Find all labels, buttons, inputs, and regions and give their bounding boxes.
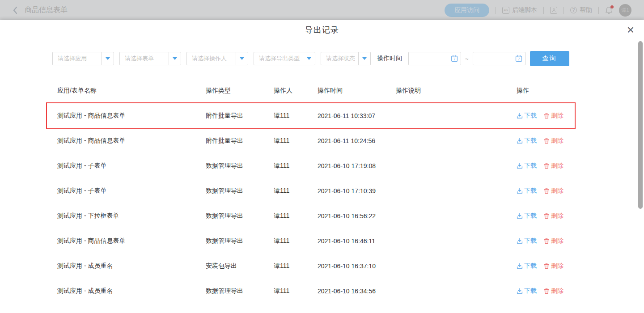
row-actions: 下载 删除 xyxy=(517,187,589,195)
delete-link[interactable]: 删除 xyxy=(543,187,564,195)
table-row: 测试应用 - 商品信息表单 附件批量导出 谭111 2021-06-11 10:… xyxy=(45,128,589,153)
calendar-icon[interactable]: 7 xyxy=(515,55,523,63)
download-link[interactable]: 下载 xyxy=(517,262,537,270)
calendar-icon[interactable]: 7 xyxy=(450,55,458,63)
delete-link[interactable]: 删除 xyxy=(543,112,564,120)
download-link[interactable]: 下载 xyxy=(517,162,537,170)
chevron-down-icon xyxy=(236,52,248,65)
col-header-actions: 操作 xyxy=(517,87,589,95)
modal-header: 导出记录 × xyxy=(0,20,644,40)
row-actions: 下载 删除 xyxy=(517,287,589,295)
download-icon xyxy=(517,163,523,169)
row-actions: 下载 删除 xyxy=(517,212,589,220)
download-link[interactable]: 下载 xyxy=(517,137,537,145)
cell-operation-time: 2021-06-10 16:34:56 xyxy=(318,288,396,295)
select-form[interactable]: 请选择表单 xyxy=(119,52,181,65)
table-row: 测试应用 - 子表单 数据管理导出 谭111 2021-06-10 17:10:… xyxy=(45,178,589,203)
download-link[interactable]: 下载 xyxy=(517,112,537,120)
date-start-input[interactable] xyxy=(412,55,448,62)
row-actions: 下载 删除 xyxy=(517,262,589,270)
row-actions: 下载 删除 xyxy=(517,137,589,145)
delete-link[interactable]: 删除 xyxy=(543,287,564,295)
download-icon xyxy=(517,213,523,219)
trash-icon xyxy=(543,213,550,219)
chevron-down-icon xyxy=(358,52,370,65)
cell-operation-type: 数据管理导出 xyxy=(206,237,274,245)
cell-operator: 谭111 xyxy=(274,287,318,295)
col-header-operation-time: 操作时间 xyxy=(318,87,396,95)
download-link[interactable]: 下载 xyxy=(517,187,537,195)
app-topbar: 商品信息表单 应用访问 </> 后端脚本 ? 帮助 谭1 xyxy=(0,0,644,20)
table-header-row: 应用/表单名称 操作类型 操作人 操作时间 操作说明 操作 xyxy=(45,78,589,103)
select-operator[interactable]: 请选择操作人 xyxy=(186,52,248,65)
select-export-type[interactable]: 请选择导出类型 xyxy=(254,52,315,65)
cell-operator: 谭111 xyxy=(274,212,318,220)
cell-operator: 谭111 xyxy=(274,187,318,195)
row-actions: 下载 删除 xyxy=(517,237,589,245)
delete-link[interactable]: 删除 xyxy=(543,237,564,245)
cell-operation-time: 2021-06-11 10:33:07 xyxy=(318,112,396,119)
cell-operator: 谭111 xyxy=(274,237,318,245)
cell-operation-type: 附件批量导出 xyxy=(206,137,274,145)
cell-operation-type: 数据管理导出 xyxy=(206,162,274,170)
table-row: 测试应用 - 子表单 数据管理导出 谭111 2021-06-10 17:19:… xyxy=(45,153,589,178)
download-icon xyxy=(517,238,523,244)
cell-operation-time: 2021-06-10 17:19:08 xyxy=(318,162,396,169)
select-app[interactable]: 请选择应用 xyxy=(52,52,114,65)
cell-operation-time: 2021-06-10 16:37:10 xyxy=(318,262,396,270)
col-header-operation-desc: 操作说明 xyxy=(396,87,517,95)
col-header-operator: 操作人 xyxy=(274,87,318,95)
table-body: 测试应用 - 商品信息表单 附件批量导出 谭111 2021-06-11 10:… xyxy=(45,103,589,304)
table-row: 测试应用 - 成员重名 安装包导出 谭111 2021-06-10 16:37:… xyxy=(45,254,589,279)
scrollbar-thumb[interactable] xyxy=(638,41,643,209)
cell-operator: 谭111 xyxy=(274,162,318,170)
delete-link[interactable]: 删除 xyxy=(543,212,564,220)
modal-title: 导出记录 xyxy=(305,25,339,35)
filter-bar: 请选择应用 请选择表单 请选择操作人 请选择导出类型 请选择状态 操作时间 7 … xyxy=(52,51,569,66)
chevron-down-icon xyxy=(169,52,181,65)
download-icon xyxy=(517,288,523,294)
cell-operation-type: 安装包导出 xyxy=(206,262,274,270)
cell-operation-type: 数据管理导出 xyxy=(206,287,274,295)
trash-icon xyxy=(543,163,550,169)
download-link[interactable]: 下载 xyxy=(517,212,537,220)
table-row: 测试应用 - 成员重名 数据管理导出 谭111 2021-06-10 16:34… xyxy=(45,279,589,304)
close-icon[interactable]: × xyxy=(627,22,634,38)
chevron-down-icon xyxy=(303,52,315,65)
cell-operation-time: 2021-06-10 16:56:22 xyxy=(318,212,396,220)
delete-link[interactable]: 删除 xyxy=(543,162,564,170)
cell-app-form-name: 测试应用 - 商品信息表单 xyxy=(57,137,206,145)
download-icon xyxy=(517,188,523,194)
download-link[interactable]: 下载 xyxy=(517,287,537,295)
download-icon xyxy=(517,138,523,144)
delete-link[interactable]: 删除 xyxy=(543,137,564,145)
trash-icon xyxy=(543,263,550,269)
cell-app-form-name: 测试应用 - 成员重名 xyxy=(57,287,206,295)
table-row: 测试应用 - 下拉框表单 数据管理导出 谭111 2021-06-10 16:5… xyxy=(45,203,589,228)
delete-link[interactable]: 删除 xyxy=(543,262,564,270)
date-end-field[interactable]: 7 xyxy=(473,52,525,65)
range-separator: ~ xyxy=(465,55,469,62)
select-status[interactable]: 请选择状态 xyxy=(321,52,371,65)
cell-operation-time: 2021-06-10 17:10:39 xyxy=(318,187,396,195)
cell-app-form-name: 测试应用 - 成员重名 xyxy=(57,262,206,270)
trash-icon xyxy=(543,138,550,144)
cell-operator: 谭111 xyxy=(274,137,318,145)
chevron-down-icon xyxy=(102,52,114,65)
cell-operator: 谭111 xyxy=(274,112,318,120)
row-actions: 下载 删除 xyxy=(517,112,589,120)
cell-operation-time: 2021-06-10 16:46:11 xyxy=(318,237,396,245)
operation-time-label: 操作时间 xyxy=(377,55,402,63)
cell-operation-time: 2021-06-11 10:24:56 xyxy=(318,137,396,144)
cell-operator: 谭111 xyxy=(274,262,318,270)
search-button[interactable]: 查询 xyxy=(530,51,569,66)
date-start-field[interactable]: 7 xyxy=(408,52,461,65)
cell-app-form-name: 测试应用 - 商品信息表单 xyxy=(57,237,206,245)
table-row: 测试应用 - 商品信息表单 附件批量导出 谭111 2021-06-11 10:… xyxy=(45,103,589,128)
download-icon xyxy=(517,263,523,269)
table-row: 测试应用 - 商品信息表单 数据管理导出 谭111 2021-06-10 16:… xyxy=(45,228,589,254)
download-link[interactable]: 下载 xyxy=(517,237,537,245)
date-end-input[interactable] xyxy=(477,55,513,62)
trash-icon xyxy=(543,288,550,294)
export-records-modal: 导出记录 × 请选择应用 请选择表单 请选择操作人 请选择导出类型 请选择状态 … xyxy=(0,20,644,313)
